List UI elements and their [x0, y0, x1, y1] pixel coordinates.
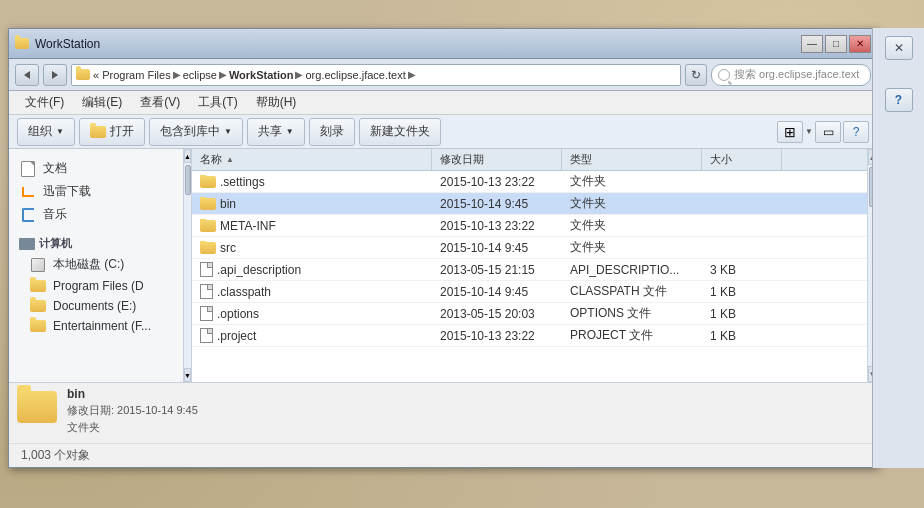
- address-bar: « Program Files ▶ eclipse ▶ WorkStation …: [9, 59, 877, 91]
- menu-help[interactable]: 帮助(H): [248, 93, 305, 113]
- preview-info: bin 修改日期: 2015-10-14 9:45 文件夹: [67, 387, 198, 435]
- download-icon: [19, 185, 37, 199]
- open-button[interactable]: 打开: [79, 118, 145, 146]
- file-name-options: .options: [192, 306, 432, 321]
- file-row-options[interactable]: .options 2013-05-15 20:03 OPTIONS 文件 1 K…: [192, 303, 867, 325]
- disk-c-icon: [29, 258, 47, 272]
- share-button[interactable]: 共享 ▼: [247, 118, 305, 146]
- sidebar-item-docs[interactable]: 文档: [13, 157, 179, 180]
- status-preview: bin 修改日期: 2015-10-14 9:45 文件夹: [9, 383, 877, 443]
- folder-icon: [200, 242, 216, 254]
- file-type-classpath: CLASSPATH 文件: [562, 283, 702, 300]
- preview-folder-icon: [17, 391, 57, 423]
- sidebar-item-disk-c[interactable]: 本地磁盘 (C:): [13, 253, 179, 276]
- menu-edit[interactable]: 编辑(E): [74, 93, 130, 113]
- file-row-src[interactable]: src 2015-10-14 9:45 文件夹: [192, 237, 867, 259]
- forward-button[interactable]: [43, 64, 67, 86]
- file-type-project: PROJECT 文件: [562, 327, 702, 344]
- sidebar-item-entertainment[interactable]: Entertainment (F...: [13, 316, 179, 336]
- folder-icon: [200, 198, 216, 210]
- sidebar-download-label: 迅雷下载: [43, 183, 91, 200]
- sidebar-item-music[interactable]: 音乐: [13, 203, 179, 226]
- sidebar-computer-header[interactable]: 计算机: [13, 234, 179, 253]
- sidebar-entertainment-label: Entertainment (F...: [53, 319, 151, 333]
- col-header-size[interactable]: 大小: [702, 149, 782, 170]
- folder-docs-icon: [29, 299, 47, 313]
- back-button[interactable]: [15, 64, 39, 86]
- music-icon: [19, 208, 37, 222]
- sidebar-scroll-thumb: [185, 165, 191, 195]
- open-folder-icon: [90, 126, 106, 138]
- side-panel: ✕ ?: [872, 28, 924, 468]
- file-row-settings[interactable]: .settings 2015-10-13 23:22 文件夹: [192, 171, 867, 193]
- file-list: .settings 2015-10-13 23:22 文件夹 bin 2015-…: [192, 171, 867, 382]
- file-row-meta-inf[interactable]: META-INF 2015-10-13 23:22 文件夹: [192, 215, 867, 237]
- view-dropdown[interactable]: ▼: [805, 127, 813, 136]
- search-box[interactable]: 搜索 org.eclipse.jface.text: [711, 64, 871, 86]
- organize-button[interactable]: 组织 ▼: [17, 118, 75, 146]
- preview-name: bin: [67, 387, 198, 401]
- file-size-api-desc: 3 KB: [702, 263, 782, 277]
- file-type-src: 文件夹: [562, 239, 702, 256]
- menu-view[interactable]: 查看(V): [132, 93, 188, 113]
- address-path[interactable]: « Program Files ▶ eclipse ▶ WorkStation …: [71, 64, 681, 86]
- file-row-classpath[interactable]: .classpath 2015-10-14 9:45 CLASSPATH 文件 …: [192, 281, 867, 303]
- file-date-meta-inf: 2015-10-13 23:22: [432, 219, 562, 233]
- path-jface: org.eclipse.jface.text: [305, 69, 405, 81]
- new-folder-button[interactable]: 新建文件夹: [359, 118, 441, 146]
- computer-icon: [19, 238, 35, 250]
- file-date-settings: 2015-10-13 23:22: [432, 175, 562, 189]
- maximize-button[interactable]: □: [825, 35, 847, 53]
- search-icon: [718, 69, 730, 81]
- view-options: ⊞ ▼ ▭ ?: [777, 121, 869, 143]
- burn-button[interactable]: 刻录: [309, 118, 355, 146]
- col-header-type[interactable]: 类型: [562, 149, 702, 170]
- file-size-project: 1 KB: [702, 329, 782, 343]
- side-close-button[interactable]: ✕: [885, 36, 913, 60]
- file-area: 名称 ▲ 修改日期 类型 大小 .settings: [192, 149, 867, 382]
- path-eclipse: eclipse: [183, 69, 217, 81]
- search-placeholder: 搜索 org.eclipse.jface.text: [734, 67, 859, 82]
- sidebar-item-program-files[interactable]: Program Files (D: [13, 276, 179, 296]
- close-button[interactable]: ✕: [849, 35, 871, 53]
- file-type-options: OPTIONS 文件: [562, 305, 702, 322]
- minimize-button[interactable]: —: [801, 35, 823, 53]
- sort-arrow: ▲: [226, 155, 234, 164]
- sidebar-item-documents[interactable]: Documents (E:): [13, 296, 179, 316]
- sidebar-scroll-up[interactable]: ▲: [184, 149, 191, 163]
- window-icon: [15, 36, 31, 52]
- side-help-button[interactable]: ?: [885, 88, 913, 112]
- file-date-project: 2015-10-13 23:22: [432, 329, 562, 343]
- folder-icon: [200, 176, 216, 188]
- file-date-bin: 2015-10-14 9:45: [432, 197, 562, 211]
- include-library-button[interactable]: 包含到库中 ▼: [149, 118, 243, 146]
- sidebar-scroll-down[interactable]: ▼: [184, 368, 191, 382]
- file-row-project[interactable]: .project 2015-10-13 23:22 PROJECT 文件 1 K…: [192, 325, 867, 347]
- refresh-button[interactable]: ↻: [685, 64, 707, 86]
- preview-meta-type: 文件夹: [67, 420, 198, 435]
- view-pane-button[interactable]: ▭: [815, 121, 841, 143]
- title-bar: WorkStation — □ ✕: [9, 29, 877, 59]
- folder-program-icon: [29, 279, 47, 293]
- sidebar: 文档 迅雷下载 音乐 计算机: [9, 149, 184, 382]
- file-type-settings: 文件夹: [562, 173, 702, 190]
- sidebar-scrollbar[interactable]: ▲ ▼: [184, 149, 192, 382]
- col-header-name[interactable]: 名称 ▲: [192, 149, 432, 170]
- view-list-button[interactable]: ⊞: [777, 121, 803, 143]
- toolbar: 组织 ▼ 打开 包含到库中 ▼ 共享 ▼ 刻录 新建文件夹 ⊞ ▼ ▭ ?: [9, 115, 877, 149]
- file-name-api-desc: .api_description: [192, 262, 432, 277]
- menu-tools[interactable]: 工具(T): [190, 93, 245, 113]
- view-help-button[interactable]: ?: [843, 121, 869, 143]
- folder-icon: [200, 220, 216, 232]
- sidebar-item-download[interactable]: 迅雷下载: [13, 180, 179, 203]
- path-workstation: WorkStation: [229, 69, 294, 81]
- file-row-api-desc[interactable]: .api_description 2013-05-15 21:15 API_DE…: [192, 259, 867, 281]
- file-name-classpath: .classpath: [192, 284, 432, 299]
- file-date-src: 2015-10-14 9:45: [432, 241, 562, 255]
- file-name-meta-inf: META-INF: [192, 219, 432, 233]
- preview-meta-date: 修改日期: 2015-10-14 9:45: [67, 403, 198, 418]
- menu-file[interactable]: 文件(F): [17, 93, 72, 113]
- file-row-bin[interactable]: bin 2015-10-14 9:45 文件夹: [192, 193, 867, 215]
- doc-icon: [200, 328, 213, 343]
- col-header-date[interactable]: 修改日期: [432, 149, 562, 170]
